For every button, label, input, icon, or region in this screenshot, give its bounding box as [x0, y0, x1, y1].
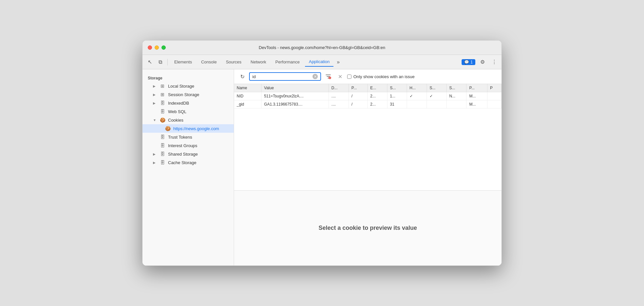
- maximize-button[interactable]: [161, 45, 166, 50]
- sidebar-item-interest-groups[interactable]: ▶ 🗄 Interest Groups: [143, 141, 234, 150]
- filter-issue-checkbox-group: Only show cookies with an issue: [347, 74, 415, 79]
- cell-name: NID: [234, 92, 261, 100]
- local-storage-icon: ⊞: [160, 83, 165, 89]
- titlebar: DevTools - news.google.com/home?hl=en-GB…: [143, 41, 501, 55]
- col-header-size[interactable]: S...: [387, 84, 407, 92]
- toolbar-separator: [167, 59, 168, 65]
- col-header-value[interactable]: Value: [261, 84, 329, 92]
- col-header-expires[interactable]: E...: [367, 84, 387, 92]
- sidebar-label-cache-storage: Cache Storage: [168, 160, 196, 165]
- minimize-button[interactable]: [155, 45, 159, 50]
- table-row[interactable]: NID 511=Tsugv0nux2lzA.... .... / 2... 1.…: [234, 92, 501, 100]
- issues-badge-icon: 💬: [464, 60, 469, 64]
- cell-name: _gid: [234, 100, 261, 109]
- sidebar-label-interest-groups: Interest Groups: [168, 143, 197, 148]
- sidebar: Storage ▶ ⊞ Local Storage ▶ ⊞ Session St…: [143, 69, 234, 265]
- chevron-right-icon: ▶: [153, 84, 157, 88]
- settings-icon[interactable]: ⚙: [478, 58, 487, 67]
- sidebar-label-indexeddb: IndexedDB: [168, 101, 189, 106]
- cookies-icon: 🍪: [160, 117, 165, 123]
- filter-issue-label: Only show cookies with an issue: [353, 74, 415, 79]
- col-header-httponly[interactable]: H...: [407, 84, 427, 92]
- sidebar-label-web-sql: Web SQL: [168, 109, 186, 114]
- sidebar-label-shared-storage: Shared Storage: [168, 152, 198, 157]
- sidebar-item-session-storage[interactable]: ▶ ⊞ Session Storage: [143, 90, 234, 99]
- cookie-table-container: Name Value D... P... E... S... H... S...…: [234, 84, 501, 190]
- cookie-preview-text: Select a cookie to preview its value: [318, 225, 417, 231]
- col-header-name[interactable]: Name: [234, 84, 261, 92]
- cell-value: 511=Tsugv0nux2lzA....: [261, 92, 329, 100]
- clear-filter-button[interactable]: ✕: [335, 72, 345, 81]
- issues-badge[interactable]: 💬 1: [462, 59, 475, 65]
- issues-badge-count: 1: [470, 60, 473, 64]
- window-title: DevTools - news.google.com/home?hl=en-GB…: [148, 45, 496, 50]
- more-tabs-icon[interactable]: »: [335, 58, 342, 66]
- session-storage-icon: ⊞: [160, 92, 165, 97]
- sidebar-item-indexeddb[interactable]: ▶ 🗄 IndexedDB: [143, 99, 234, 107]
- sidebar-section-storage: Storage: [143, 73, 234, 82]
- content-area: Storage ▶ ⊞ Local Storage ▶ ⊞ Session St…: [143, 69, 501, 265]
- sidebar-item-cache-storage[interactable]: ▶ 🗄 Cache Storage: [143, 158, 234, 167]
- cell-httponly: ✓: [407, 92, 427, 100]
- sidebar-item-cookies[interactable]: ▼ 🍪 Cookies: [143, 116, 234, 124]
- tab-elements[interactable]: Elements: [170, 58, 196, 66]
- sidebar-label-trust-tokens: Trust Tokens: [168, 135, 192, 140]
- cell-value: GA1.3.1196675783....: [261, 100, 329, 109]
- sidebar-item-cookies-url[interactable]: ▶ 🍪 https://news.google.com: [143, 124, 234, 133]
- cell-p: [487, 92, 501, 100]
- cache-storage-icon: 🗄: [160, 160, 165, 165]
- table-row[interactable]: _gid GA1.3.1196675783.... .... / 2... 31…: [234, 100, 501, 109]
- sidebar-item-shared-storage[interactable]: ▶ 🗄 Shared Storage: [143, 150, 234, 158]
- cell-priority: M...: [466, 100, 487, 109]
- tab-console[interactable]: Console: [197, 58, 221, 66]
- close-button[interactable]: [148, 45, 152, 50]
- cookie-url-icon: 🍪: [165, 126, 171, 131]
- chevron-down-icon: ▼: [153, 118, 157, 122]
- col-header-samesite[interactable]: S...: [447, 84, 466, 92]
- tab-performance[interactable]: Performance: [271, 58, 303, 66]
- traffic-lights: [148, 45, 166, 50]
- refresh-button[interactable]: ↻: [238, 72, 246, 81]
- filter-icon-button[interactable]: [324, 72, 333, 81]
- table-header-row: Name Value D... P... E... S... H... S...…: [234, 84, 501, 92]
- filter-bar: ↻ ✕ ✕ Only show cookies with an issue: [234, 69, 501, 84]
- tab-application[interactable]: Application: [305, 57, 334, 67]
- sidebar-label-local-storage: Local Storage: [168, 84, 194, 89]
- sidebar-label-session-storage: Session Storage: [168, 92, 199, 97]
- cell-expires: 2...: [367, 100, 387, 109]
- cell-size: 1...: [387, 92, 407, 100]
- tab-sources[interactable]: Sources: [222, 58, 246, 66]
- cell-path: /: [349, 100, 367, 109]
- col-header-priority[interactable]: P...: [466, 84, 487, 92]
- cell-httponly: [407, 100, 427, 109]
- cell-domain: ....: [329, 100, 348, 109]
- interest-groups-icon: 🗄: [160, 143, 165, 148]
- sidebar-label-cookies: Cookies: [168, 118, 183, 123]
- toolbar: ↖ ⧉ Elements Console Sources Network Per…: [143, 55, 501, 69]
- search-clear-icon[interactable]: ✕: [313, 74, 318, 79]
- sidebar-item-local-storage[interactable]: ▶ ⊞ Local Storage: [143, 82, 234, 90]
- col-header-path[interactable]: P...: [349, 84, 367, 92]
- search-box: ✕: [249, 72, 321, 81]
- chevron-right-icon: ▶: [153, 93, 157, 96]
- col-header-p[interactable]: P: [487, 84, 501, 92]
- cookie-table: Name Value D... P... E... S... H... S...…: [234, 84, 501, 109]
- cell-priority: M...: [466, 92, 487, 100]
- search-input[interactable]: [252, 74, 311, 79]
- tab-network[interactable]: Network: [247, 58, 270, 66]
- sidebar-item-trust-tokens[interactable]: ▶ 🗄 Trust Tokens: [143, 133, 234, 141]
- cell-secure: ✓: [427, 92, 447, 100]
- col-header-domain[interactable]: D...: [329, 84, 348, 92]
- toolbar-right: 💬 1 ⚙ ⋮: [462, 58, 499, 67]
- trust-tokens-icon: 🗄: [160, 134, 165, 140]
- sidebar-item-web-sql[interactable]: ▶ 🗄 Web SQL: [143, 107, 234, 116]
- cell-domain: ....: [329, 92, 348, 100]
- filter-issue-checkbox[interactable]: [347, 75, 351, 79]
- col-header-secure[interactable]: S...: [427, 84, 447, 92]
- cell-path: /: [349, 92, 367, 100]
- devtools-window: DevTools - news.google.com/home?hl=en-GB…: [142, 40, 502, 266]
- cursor-tool-icon[interactable]: ↖: [145, 58, 154, 67]
- device-toggle-icon[interactable]: ⧉: [156, 58, 165, 67]
- cookie-preview-area: Select a cookie to preview its value: [234, 190, 501, 265]
- more-options-icon[interactable]: ⋮: [490, 58, 499, 67]
